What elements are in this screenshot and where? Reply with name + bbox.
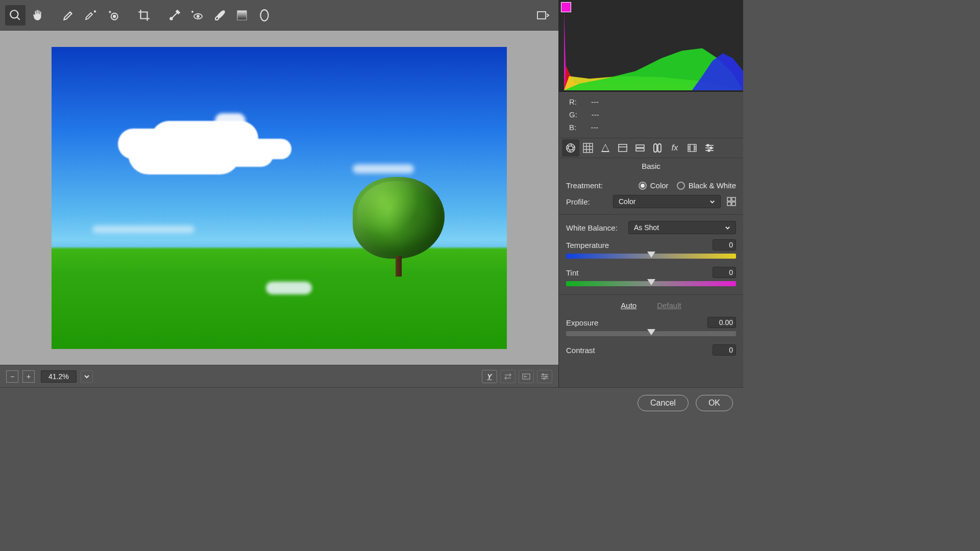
tint-input[interactable] [713,267,736,278]
brush-icon [213,9,226,22]
treatment-bw-label: Black & White [689,181,736,190]
slider-thumb[interactable] [647,329,655,335]
copy-settings-button[interactable] [519,370,534,383]
svg-rect-32 [654,144,657,152]
zoom-value[interactable]: 41.2% [41,370,77,383]
eyedropper-icon [62,9,75,22]
hand-tool[interactable] [28,5,48,26]
swap-button[interactable] [500,370,516,383]
graduated-filter-tool[interactable] [232,5,252,26]
spot-removal-tool[interactable] [164,5,185,26]
svg-point-46 [707,144,709,146]
hsl-icon [618,143,628,153]
svg-line-1 [17,17,19,19]
svg-point-21 [544,378,545,379]
toggle-panels-button[interactable] [533,5,553,26]
red-eye-tool[interactable] [187,5,207,26]
gradient-icon [236,9,248,22]
basic-panel-body: Treatment: Color Black & White Profile: [559,174,743,387]
before-after-button[interactable]: Y [482,370,497,383]
left-panel: − + 41.2% Y [0,0,559,387]
b-value: --- [591,121,598,134]
histogram[interactable] [559,0,743,92]
adjustment-brush-tool[interactable] [209,5,230,26]
grid-icon [583,143,593,153]
tab-calibration[interactable] [683,139,701,157]
color-sampler-tool[interactable] [81,5,101,26]
canvas-area[interactable] [0,31,558,365]
histogram-graph [559,0,743,91]
radial-filter-tool[interactable] [254,5,275,26]
profile-select[interactable]: Color [613,195,721,208]
svg-point-8 [197,15,199,17]
zoom-in-button[interactable]: + [22,370,35,383]
tab-split-toning[interactable] [631,139,649,157]
tab-effects[interactable]: fx [666,139,683,157]
bottom-bar: − + 41.2% Y [0,365,558,387]
svg-rect-52 [732,202,736,206]
detail-icon [600,143,610,153]
tint-slider[interactable] [566,281,736,286]
profile-label: Profile: [566,197,607,206]
toolbar [0,0,558,31]
redeye-icon [190,9,204,22]
svg-rect-31 [636,148,644,151]
targeted-adjustment-tool[interactable] [103,5,124,26]
filmstrip-icon [687,143,697,153]
zoom-icon [9,9,22,22]
split-icon [635,143,645,153]
auto-button[interactable]: Auto [621,301,636,310]
g-value: --- [592,109,599,121]
tab-detail[interactable] [597,139,614,157]
radio-icon [677,182,685,190]
zoom-out-button[interactable]: − [6,370,18,383]
contrast-input[interactable] [713,344,736,356]
profile-value: Color [619,197,635,206]
svg-point-0 [10,10,18,18]
profile-browser-button[interactable] [727,197,736,206]
svg-rect-51 [727,202,731,206]
panel-toggle-icon [536,9,550,21]
rgb-readout: R:--- G:--- B:--- [559,92,743,138]
treatment-bw-radio[interactable]: Black & White [677,181,736,190]
tab-presets[interactable] [701,139,718,157]
aperture-icon [565,142,576,154]
tab-hsl[interactable] [614,139,631,157]
ellipse-icon [258,9,271,22]
sliders-icon [704,143,715,153]
chevron-down-icon [709,199,715,205]
before-after-label: Y [487,372,492,381]
svg-rect-50 [732,197,736,201]
zoom-dropdown[interactable] [81,370,93,383]
svg-rect-23 [583,143,593,153]
treatment-label: Treatment: [566,181,607,190]
lens-icon [652,143,663,153]
tab-lens[interactable] [649,139,666,157]
svg-rect-30 [636,145,644,147]
zoom-tool[interactable] [5,5,26,26]
sampler-icon [84,9,98,22]
tab-basic[interactable] [562,139,579,157]
white-balance-tool[interactable] [58,5,79,26]
shadow-clip-indicator[interactable] [561,2,571,12]
preferences-button[interactable] [537,370,552,383]
sliders-icon [540,372,549,381]
treatment-color-radio[interactable]: Color [639,181,669,190]
contrast-label: Contrast [566,346,595,355]
tab-tone-curve[interactable] [579,139,597,157]
crop-tool[interactable] [134,5,154,26]
temperature-input[interactable] [713,239,736,251]
ok-button[interactable]: OK [696,395,733,411]
chevron-down-icon [725,225,730,231]
temperature-slider[interactable] [566,254,736,259]
exposure-slider[interactable] [566,331,736,336]
wb-select[interactable]: As Shot [628,221,736,234]
b-label: B: [569,121,576,134]
default-button[interactable]: Default [657,301,681,310]
slider-thumb[interactable] [647,279,655,285]
arrow-left-icon [522,372,531,381]
exposure-input[interactable] [707,317,736,328]
swap-icon [503,372,512,381]
cancel-button[interactable]: Cancel [638,395,689,411]
slider-thumb[interactable] [647,252,655,258]
